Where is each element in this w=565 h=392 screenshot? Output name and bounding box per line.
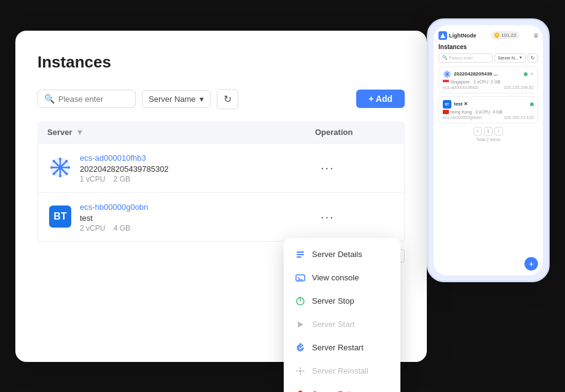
menu-label-server-restart: Server Restart	[312, 343, 364, 352]
mobile-title: Instances	[438, 44, 538, 50]
mobile-next-btn[interactable]: ›	[494, 127, 503, 136]
svg-marker-28	[440, 33, 445, 38]
mobile-pagination: ‹ 1 ›	[438, 127, 538, 136]
ops-col-1: ···	[314, 158, 394, 177]
server-icon-1	[48, 155, 72, 180]
server-name-2[interactable]: ecs-hb00000g0obn	[80, 202, 148, 212]
svg-rect-15	[297, 254, 304, 255]
mobile-status-2	[530, 102, 534, 106]
filter-label: Server Name	[149, 94, 196, 104]
server-name-1[interactable]: ecs-ad000010fhb3	[80, 153, 146, 163]
mobile-row-ip-2: 103.165.72.119	[504, 115, 534, 120]
server-details-icon	[295, 249, 306, 260]
server-id-1: 20220428205439785302	[80, 164, 314, 174]
mobile-row-name-2: test ✕	[454, 101, 528, 107]
col-operation-label: Operation	[315, 128, 353, 137]
menu-item-server-reinstall: Server Reinstall	[284, 359, 400, 383]
mobile-list-item-2[interactable]: BT test ✕ Hong Kong 2 vCPU 4 GB ecs-hb00…	[438, 96, 538, 123]
page-title: Instances	[37, 53, 405, 72]
flag-sg	[443, 80, 449, 84]
mobile-card: LightNode 🪙 101.22 ≡ Instances 🔍 Please …	[427, 18, 550, 282]
search-input[interactable]	[58, 94, 129, 104]
balance-icon: 🪙	[494, 33, 501, 38]
mobile-topbar: LightNode 🪙 101.22 ≡	[438, 31, 538, 40]
mobile-balance: 🪙 101.22	[491, 31, 520, 39]
scene: Instances 🔍 Server Name ▾ ↻ + Add Server…	[15, 18, 550, 374]
mobile-row-id-1: ecs-ad000010fhb3	[443, 85, 478, 90]
mobile-logo: LightNode	[438, 31, 477, 40]
svg-point-10	[66, 173, 68, 175]
filter-dropdown[interactable]: Server Name ▾	[142, 90, 211, 108]
server-reinstall-icon	[295, 366, 306, 377]
table-header: Server ▼ Operation	[37, 121, 405, 144]
svg-point-11	[66, 160, 68, 163]
table-row: ecs-ad000010fhb3 20220428205439785302 1 …	[38, 144, 404, 193]
menu-item-server-release[interactable]: Server Release	[284, 383, 400, 393]
search-icon: 🔍	[44, 94, 55, 104]
more-options-button-1[interactable]: ···	[314, 158, 341, 177]
svg-point-8	[68, 166, 70, 169]
col-server-label: Server	[47, 128, 72, 137]
snowflake-icon	[49, 156, 71, 179]
filter-icon: ▼	[76, 128, 84, 137]
server-stop-icon	[295, 296, 306, 307]
svg-rect-16	[297, 256, 302, 258]
mobile-filter[interactable]: Server N... ▾	[494, 53, 526, 63]
bt-icon: BT	[49, 206, 71, 228]
menu-label-server-start: Server Start	[312, 320, 354, 329]
mobile-search[interactable]: 🔍 Please enter	[438, 53, 493, 63]
svg-marker-21	[298, 321, 303, 328]
server-info-1: ecs-ad000010fhb3 20220428205439785302 1 …	[80, 152, 314, 183]
mobile-list-item-1[interactable]: 20220428205439 ... ✕ Singapore 1 vCPU 2 …	[438, 66, 538, 93]
ops-col-2: ··· Server Details	[314, 207, 394, 226]
mobile-bt-icon: BT	[443, 100, 451, 109]
server-start-icon	[295, 319, 306, 330]
menu-label-server-details: Server Details	[312, 250, 362, 259]
svg-point-13	[58, 166, 62, 169]
server-release-icon	[295, 389, 306, 393]
toolbar: 🔍 Server Name ▾ ↻ + Add	[37, 89, 405, 109]
server-info-2: ecs-hb00000g0obn test 2 vCPU 4 GB	[80, 201, 314, 233]
dropdown-menu: Server Details View console	[284, 238, 400, 393]
desktop-card: Instances 🔍 Server Name ▾ ↻ + Add Server…	[15, 31, 427, 362]
mobile-region-2: Hong Kong 2 vCPU 4 GB	[443, 110, 534, 114]
mobile-refresh[interactable]: ↻	[528, 53, 538, 63]
mobile-search-icon: 🔍	[442, 55, 448, 60]
mobile-add-button[interactable]: +	[524, 257, 538, 271]
svg-point-22	[299, 370, 302, 372]
menu-item-server-restart[interactable]: Server Restart	[284, 336, 400, 359]
menu-item-server-start: Server Start	[284, 313, 400, 336]
view-console-icon	[295, 272, 306, 283]
mobile-screen: LightNode 🪙 101.22 ≡ Instances 🔍 Please …	[434, 25, 543, 275]
more-options-button-2[interactable]: ···	[314, 207, 341, 226]
mobile-region-1: Singapore 1 vCPU 2 GB	[443, 80, 534, 84]
server-icon-2: BT	[48, 204, 72, 229]
mobile-status-1	[524, 72, 528, 76]
table-row-2: BT ecs-hb00000g0obn test 2 vCPU 4 GB ···	[38, 193, 404, 241]
mobile-menu-icon[interactable]: ≡	[534, 31, 538, 40]
server-specs-2: 2 vCPU 4 GB	[80, 224, 314, 233]
mobile-prev-btn[interactable]: ‹	[473, 127, 482, 136]
menu-item-view-console[interactable]: View console	[284, 266, 400, 290]
table-body: ecs-ad000010fhb3 20220428205439785302 1 …	[37, 144, 405, 242]
server-specs-1: 1 vCPU 2 GB	[80, 175, 314, 183]
svg-rect-23	[298, 391, 302, 392]
menu-label-server-release: Server Release	[312, 390, 367, 392]
svg-rect-14	[297, 252, 304, 253]
mobile-logo-text: LightNode	[449, 33, 477, 39]
mobile-page-1[interactable]: 1	[484, 127, 493, 136]
menu-item-server-stop[interactable]: Server Stop	[284, 290, 400, 313]
mobile-search-row: 🔍 Please enter Server N... ▾ ↻	[438, 53, 538, 63]
chevron-down-icon: ▾	[200, 94, 204, 104]
add-button[interactable]: + Add	[356, 90, 405, 108]
mobile-row-name-1: 20220428205439 ...	[454, 71, 521, 77]
refresh-button[interactable]: ↻	[217, 89, 238, 109]
server-display-name-2: test	[80, 213, 314, 223]
mobile-total: Total 2 items	[438, 137, 538, 142]
search-box[interactable]: 🔍	[37, 90, 136, 108]
menu-item-server-details[interactable]: Server Details	[284, 243, 400, 266]
svg-point-7	[50, 166, 53, 169]
menu-label-server-stop: Server Stop	[312, 296, 354, 306]
svg-point-9	[53, 160, 55, 163]
svg-point-12	[53, 173, 55, 175]
